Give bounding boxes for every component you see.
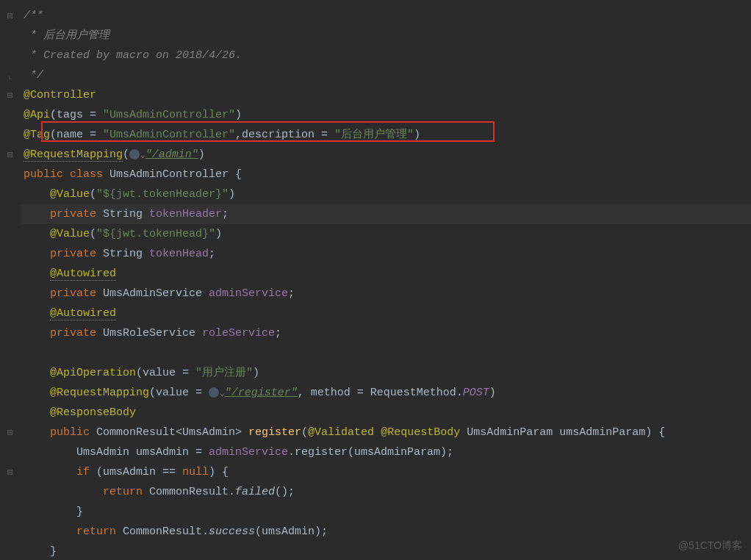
fold-icon[interactable]: ⊟: [7, 90, 13, 101]
code-line[interactable]: @RequestMapping(⌄"/admin"): [21, 145, 751, 165]
dropdown-icon[interactable]: ⌄: [220, 389, 225, 398]
globe-icon: [129, 149, 140, 159]
code-line[interactable]: /**: [21, 6, 751, 26]
fold-icon[interactable]: ⊟: [7, 149, 13, 161]
code-line[interactable]: @Api(tags = "UmsAdminController"): [21, 105, 751, 125]
code-line[interactable]: @ResponseBody: [21, 403, 751, 423]
code-line[interactable]: }: [21, 542, 751, 560]
code-line[interactable]: return CommonResult.failed();: [21, 482, 751, 502]
dropdown-icon[interactable]: ⌄: [140, 151, 145, 159]
watermark: @51CTO博客: [678, 539, 742, 553]
code-line[interactable]: @Value("${jwt.tokenHeader}"): [21, 184, 751, 204]
code-line[interactable]: * Created by macro on 2018/4/26.: [21, 46, 751, 65]
gutter: ⊟ ⌞ ⊟ ⊟ ⊟ ⊟: [0, 0, 21, 560]
code-line[interactable]: @ApiOperation(value = "用户注册"): [21, 363, 751, 383]
code-line[interactable]: */: [21, 65, 751, 85]
code-line[interactable]: }: [21, 502, 751, 522]
code-line[interactable]: public class UmsAdminController {: [21, 165, 751, 184]
fold-icon[interactable]: ⊟: [7, 10, 13, 22]
code-line[interactable]: private String tokenHead;: [21, 244, 751, 264]
fold-icon[interactable]: ⊟: [7, 467, 13, 478]
fold-icon[interactable]: ⌞: [7, 70, 13, 82]
code-line[interactable]: @Controller: [21, 85, 751, 105]
code-line-current[interactable]: private String tokenHeader;: [21, 204, 751, 224]
code-line[interactable]: @Value("${jwt.tokenHead}"): [21, 224, 751, 244]
code-line[interactable]: if (umsAdmin == null) {: [21, 462, 751, 482]
code-line[interactable]: UmsAdmin umsAdmin = adminService.registe…: [21, 442, 751, 462]
fold-icon[interactable]: ⊟: [7, 427, 13, 439]
code-line[interactable]: @Autowired: [21, 304, 751, 323]
code-line[interactable]: public CommonResult<UmsAdmin> register(@…: [21, 423, 751, 442]
code-line[interactable]: @Tag(name = "UmsAdminController",descrip…: [21, 125, 751, 145]
code-line[interactable]: private UmsAdminService adminService;: [21, 284, 751, 304]
code-line[interactable]: [21, 343, 751, 363]
code-area[interactable]: /** * 后台用户管理 * Created by macro on 2018/…: [21, 0, 751, 560]
globe-icon: [209, 387, 219, 398]
code-editor[interactable]: ⊟ ⌞ ⊟ ⊟ ⊟ ⊟ /** * 后台用户管理 * Created by ma…: [0, 0, 751, 560]
code-line[interactable]: private UmsRoleService roleService;: [21, 323, 751, 343]
code-line[interactable]: return CommonResult.success(umsAdmin);: [21, 522, 751, 542]
code-line[interactable]: @Autowired: [21, 264, 751, 284]
code-line[interactable]: * 后台用户管理: [21, 26, 751, 46]
code-line[interactable]: @RequestMapping(value = ⌄"/register", me…: [21, 383, 751, 403]
